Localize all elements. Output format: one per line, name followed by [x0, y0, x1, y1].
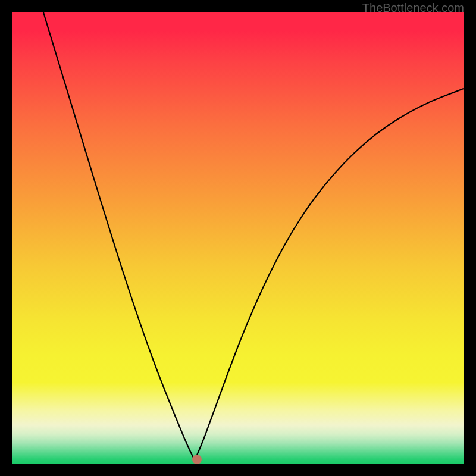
curve-left-arm [43, 12, 195, 460]
chart-frame: TheBottleneck.com [0, 0, 476, 476]
curve-right-arm [195, 89, 464, 460]
bottleneck-dot [192, 455, 202, 464]
attribution-text: TheBottleneck.com [362, 1, 464, 15]
chart-curve-svg [0, 0, 476, 476]
